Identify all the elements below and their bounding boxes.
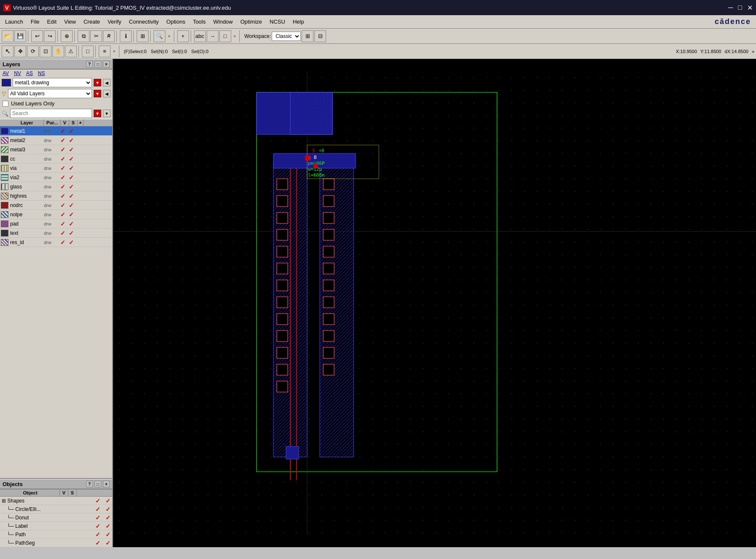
col-v[interactable]: V bbox=[61, 119, 69, 126]
layers-minimize-btn[interactable]: □ bbox=[94, 61, 101, 67]
objects-close-btn[interactable]: × bbox=[103, 481, 110, 487]
menu-options[interactable]: Options bbox=[163, 18, 189, 26]
alert-button[interactable]: ⚠ bbox=[65, 46, 77, 57]
col-purpose[interactable]: Pur... bbox=[44, 119, 61, 126]
obj-col-v[interactable]: V bbox=[60, 489, 68, 496]
toolbar2-more[interactable]: » bbox=[111, 49, 117, 54]
used-layers-checkbox[interactable] bbox=[3, 101, 8, 107]
layers-close-btn[interactable]: × bbox=[103, 61, 110, 67]
transform-button[interactable]: ⟳ bbox=[27, 46, 39, 57]
menu-create[interactable]: Create bbox=[80, 18, 103, 26]
col-layer[interactable]: Layer bbox=[10, 119, 44, 126]
search-red-arrow[interactable]: ▼ bbox=[94, 110, 101, 117]
pan-button[interactable]: ✋ bbox=[52, 46, 64, 57]
layer-row[interactable]: res_id drw ✓ ✓ bbox=[0, 238, 112, 247]
menu-help[interactable]: Help bbox=[289, 18, 308, 26]
object-row[interactable]: └─ PathSeg ✓ ✓ bbox=[0, 539, 112, 547]
toolbar1-more2[interactable]: » bbox=[232, 34, 238, 38]
object-row[interactable]: └─ Circle/Elli... ✓ ✓ bbox=[0, 505, 112, 513]
select-button[interactable]: ↖ bbox=[2, 46, 14, 57]
center-button[interactable]: ⊕ bbox=[61, 30, 73, 42]
filter-grey-arrow[interactable]: ◀ bbox=[103, 90, 111, 97]
layer-row[interactable]: via drw ✓ ✓ bbox=[0, 164, 112, 173]
workspace-select[interactable]: Classic bbox=[272, 32, 301, 41]
layers-av[interactable]: AV bbox=[3, 70, 9, 76]
open-button[interactable]: 📂 bbox=[2, 30, 14, 42]
save-button[interactable]: 💾 bbox=[14, 30, 26, 42]
menu-file[interactable]: File bbox=[27, 18, 43, 26]
layer-vis-check: ✓ bbox=[60, 221, 66, 227]
object-row[interactable]: └─ Donut ✓ ✓ bbox=[0, 513, 112, 522]
layer-row[interactable]: pad drw ✓ ✓ bbox=[0, 219, 112, 228]
rect-button[interactable]: □ bbox=[219, 30, 231, 42]
select-filter-button[interactable]: ⊡ bbox=[40, 46, 51, 57]
layer-row[interactable]: metal2 drw ✓ ✓ bbox=[0, 136, 112, 145]
menu-optimize[interactable]: Optimize bbox=[237, 18, 265, 26]
object-row[interactable]: └─ Path ✓ ✓ bbox=[0, 530, 112, 539]
layer-row[interactable]: metal1 drw ✓ ✓ bbox=[0, 126, 112, 136]
menu-verify[interactable]: Verify bbox=[104, 18, 125, 26]
workspace-btn2[interactable]: ⊟ bbox=[314, 30, 326, 42]
layer-row[interactable]: text drw ✓ ✓ bbox=[0, 228, 112, 238]
obj-col-object[interactable]: Object bbox=[1, 489, 60, 496]
menu-tools[interactable]: Tools bbox=[189, 18, 209, 26]
more-btn[interactable]: » bbox=[752, 49, 754, 54]
layer-row[interactable]: nodrc drw ✓ ✓ bbox=[0, 201, 112, 210]
search-grey-arrow[interactable]: ▼ bbox=[103, 110, 111, 117]
route-btn2[interactable]: ≡ bbox=[99, 46, 111, 57]
menu-edit[interactable]: Edit bbox=[44, 18, 60, 26]
toolbar-sep5 bbox=[133, 30, 135, 42]
object-row[interactable]: └─ Label ✓ ✓ bbox=[0, 522, 112, 530]
layer-btn[interactable]: □ bbox=[82, 46, 94, 57]
close-button[interactable]: ✕ bbox=[747, 4, 753, 12]
copy-button[interactable]: ⧉ bbox=[78, 30, 89, 42]
layer-row[interactable]: nolpe drw ✓ ✓ bbox=[0, 210, 112, 219]
objects-help-btn[interactable]: ? bbox=[86, 481, 93, 487]
layers-as[interactable]: AS bbox=[26, 70, 33, 76]
route-button[interactable]: abc bbox=[194, 30, 206, 42]
menu-view[interactable]: View bbox=[61, 18, 79, 26]
object-row[interactable]: ⊞ Shapes ✓ ✓ bbox=[0, 497, 112, 505]
add-button[interactable]: + bbox=[177, 30, 189, 42]
layer-row[interactable]: via2 drw ✓ ✓ bbox=[0, 173, 112, 182]
layers-ns[interactable]: NS bbox=[38, 70, 45, 76]
maximize-button[interactable]: □ bbox=[738, 4, 742, 12]
layers-help-btn[interactable]: ? bbox=[86, 61, 93, 67]
zoom-button[interactable]: 🔍 bbox=[154, 30, 165, 42]
layer-sel-check: ✓ bbox=[68, 156, 74, 162]
layer-row[interactable]: metal3 drw ✓ ✓ bbox=[0, 145, 112, 154]
toolbar1-more[interactable]: » bbox=[166, 34, 172, 38]
info-button[interactable]: ℹ bbox=[120, 30, 132, 42]
r-button[interactable]: R bbox=[103, 30, 115, 42]
menu-window[interactable]: Window bbox=[210, 18, 236, 26]
current-layer-select[interactable]: metal1 drawing bbox=[13, 78, 92, 87]
workspace-btn1[interactable]: ⊞ bbox=[302, 30, 313, 42]
move-button[interactable]: ✥ bbox=[14, 46, 26, 57]
undo-button[interactable]: ↩ bbox=[31, 30, 43, 42]
filter-red-arrow[interactable]: ▼ bbox=[94, 90, 101, 97]
minimize-button[interactable]: ─ bbox=[728, 4, 733, 12]
obj-col-s[interactable]: S bbox=[68, 489, 77, 496]
layers-nv[interactable]: NV bbox=[14, 70, 21, 76]
menu-launch[interactable]: Launch bbox=[2, 18, 27, 26]
menu-ncsu[interactable]: NCSU bbox=[266, 18, 289, 26]
filter-select[interactable]: All Valid Layers bbox=[8, 89, 92, 98]
layer-red-arrow[interactable]: ▼ bbox=[94, 79, 101, 86]
col-scroll-up[interactable]: ▲ bbox=[78, 119, 84, 126]
layer-row[interactable]: cc drw ✓ ✓ bbox=[0, 154, 112, 164]
col-s[interactable]: S bbox=[69, 119, 78, 126]
search-input[interactable] bbox=[10, 109, 92, 118]
objects-minimize-btn[interactable]: □ bbox=[94, 481, 101, 487]
redo-button[interactable]: ↪ bbox=[44, 30, 56, 42]
layer-grey-arrow[interactable]: ◀ bbox=[103, 79, 111, 86]
menu-connectivity[interactable]: Connectivity bbox=[126, 18, 162, 26]
arrow-button[interactable]: → bbox=[207, 30, 219, 42]
layer-name: cc bbox=[9, 156, 43, 162]
layer-row[interactable]: glass drw ✓ ✓ bbox=[0, 182, 112, 191]
push-button[interactable]: ⊞ bbox=[137, 30, 148, 42]
cut-button[interactable]: ✂ bbox=[90, 30, 102, 42]
svg-rect-24 bbox=[277, 347, 288, 358]
window-controls[interactable]: ─ □ ✕ bbox=[728, 4, 753, 12]
canvas-area[interactable]: S G B +0 pmi06P w=12μ l=600n bbox=[113, 59, 756, 547]
layer-row[interactable]: highres drw ✓ ✓ bbox=[0, 191, 112, 201]
